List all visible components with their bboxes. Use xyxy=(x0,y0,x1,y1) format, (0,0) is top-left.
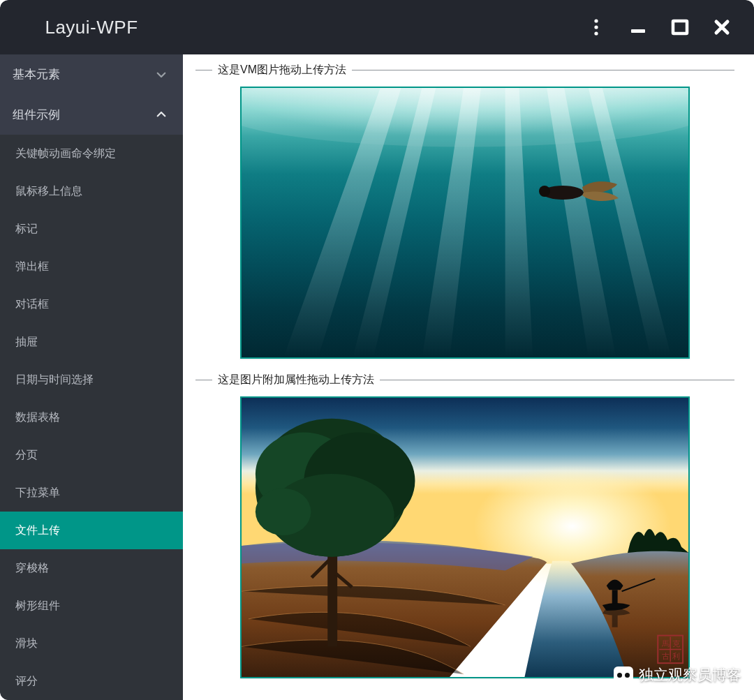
maximize-icon xyxy=(671,18,689,36)
sidebar-item-label: 标记 xyxy=(15,222,38,237)
svg-text:馬: 馬 xyxy=(661,639,670,648)
uploaded-image xyxy=(242,88,688,357)
titlebar: Layui-WPF xyxy=(0,0,754,54)
sidebar-item-label: 评分 xyxy=(15,674,38,689)
close-icon xyxy=(714,19,730,36)
chevron-up-icon xyxy=(155,108,168,121)
svg-rect-24 xyxy=(612,613,618,627)
sidebar-item-label: 下拉菜单 xyxy=(15,486,60,500)
svg-text:利: 利 xyxy=(672,652,680,660)
sunray-decor xyxy=(242,88,688,357)
sidebar-item-datetime[interactable]: 日期与时间选择 xyxy=(0,361,183,399)
svg-point-1 xyxy=(594,25,598,29)
minimize-button[interactable] xyxy=(617,0,659,54)
divider-line xyxy=(195,380,212,380)
sidebar-item-slider[interactable]: 滑块 xyxy=(0,625,183,662)
divider-line xyxy=(380,380,734,380)
svg-point-11 xyxy=(242,88,688,147)
groupbox-attached-upload: 这是图片附加属性拖动上传方法 xyxy=(195,373,734,678)
sidebar-group-label: 组件示例 xyxy=(13,107,60,123)
sidebar: 基本元素 组件示例 关键帧动画命令绑定 鼠标移上信息 标记 弹出框 对话框 抽屉… xyxy=(0,54,183,700)
more-vertical-icon xyxy=(593,18,599,36)
groupbox-header: 这是图片附加属性拖动上传方法 xyxy=(195,373,734,387)
groupbox-title: 这是图片附加属性拖动上传方法 xyxy=(212,373,380,387)
svg-rect-22 xyxy=(612,590,618,605)
sidebar-submenu: 关键帧动画命令绑定 鼠标移上信息 标记 弹出框 对话框 抽屉 日期与时间选择 数… xyxy=(0,135,183,700)
diver-icon xyxy=(528,172,626,207)
svg-text:克: 克 xyxy=(672,639,680,648)
app-window: Layui-WPF xyxy=(0,0,754,700)
sidebar-item-drawer[interactable]: 抽屉 xyxy=(0,323,183,361)
sidebar-item-label: 数据表格 xyxy=(15,410,60,425)
svg-rect-4 xyxy=(673,21,687,33)
groupbox-vm-upload: 这是VM图片拖动上传方法 xyxy=(195,63,734,359)
sidebar-item-label: 弹出框 xyxy=(15,260,49,274)
sidebar-item-hoverinfo[interactable]: 鼠标移上信息 xyxy=(0,172,183,210)
sidebar-item-rate[interactable]: 评分 xyxy=(0,662,183,700)
sidebar-item-upload[interactable]: 文件上传 xyxy=(0,512,183,549)
sidebar-item-label: 关键帧动画命令绑定 xyxy=(15,147,116,161)
groupbox-title: 这是VM图片拖动上传方法 xyxy=(212,63,352,77)
sidebar-item-label: 文件上传 xyxy=(15,523,60,538)
app-body: 基本元素 组件示例 关键帧动画命令绑定 鼠标移上信息 标记 弹出框 对话框 抽屉… xyxy=(0,54,754,700)
sidebar-item-label: 分页 xyxy=(15,448,38,463)
close-button[interactable] xyxy=(701,0,743,54)
svg-rect-3 xyxy=(631,29,645,33)
sidebar-item-pagination[interactable]: 分页 xyxy=(0,436,183,474)
minimize-icon xyxy=(629,18,647,36)
sidebar-item-label: 穿梭格 xyxy=(15,561,49,576)
sidebar-item-keyframe[interactable]: 关键帧动画命令绑定 xyxy=(0,135,183,172)
more-button[interactable] xyxy=(575,0,617,54)
svg-point-21 xyxy=(256,489,311,535)
sidebar-item-dialog[interactable]: 对话框 xyxy=(0,285,183,323)
upload-image-dropzone[interactable] xyxy=(240,87,690,359)
upload-image-dropzone[interactable]: 馬 克 古 利 xyxy=(240,396,690,678)
svg-point-0 xyxy=(594,19,598,22)
app-title: Layui-WPF xyxy=(0,17,183,38)
sidebar-item-badge[interactable]: 标记 xyxy=(0,210,183,248)
uploaded-image: 馬 克 古 利 xyxy=(242,398,688,677)
sidebar-item-transfer[interactable]: 穿梭格 xyxy=(0,549,183,587)
sidebar-item-label: 树形组件 xyxy=(15,599,60,613)
landscape-illustration: 馬 克 古 利 xyxy=(242,398,688,677)
sidebar-item-popup[interactable]: 弹出框 xyxy=(0,248,183,285)
sidebar-item-table[interactable]: 数据表格 xyxy=(0,399,183,436)
sidebar-group-components[interactable]: 组件示例 xyxy=(0,95,183,135)
chevron-down-icon xyxy=(155,68,168,81)
groupbox-body xyxy=(195,77,734,359)
maximize-button[interactable] xyxy=(659,0,701,54)
divider-line xyxy=(195,70,212,70)
sidebar-item-label: 鼠标移上信息 xyxy=(15,184,82,199)
groupbox-header: 这是VM图片拖动上传方法 xyxy=(195,63,734,77)
groupbox-body: 馬 克 古 利 xyxy=(195,387,734,678)
sidebar-item-dropdown[interactable]: 下拉菜单 xyxy=(0,474,183,512)
sidebar-item-label: 日期与时间选择 xyxy=(15,373,94,387)
sidebar-item-label: 滑块 xyxy=(15,636,38,651)
sidebar-item-tree[interactable]: 树形组件 xyxy=(0,587,183,625)
divider-line xyxy=(352,70,734,70)
svg-text:古: 古 xyxy=(662,652,670,660)
sidebar-group-label: 基本元素 xyxy=(13,66,60,82)
sidebar-group-basic[interactable]: 基本元素 xyxy=(0,54,183,95)
svg-point-13 xyxy=(539,186,550,197)
svg-point-2 xyxy=(594,31,598,35)
sidebar-item-label: 抽屉 xyxy=(15,335,38,350)
content-area: 这是VM图片拖动上传方法 xyxy=(183,54,754,700)
sidebar-item-label: 对话框 xyxy=(15,297,49,312)
